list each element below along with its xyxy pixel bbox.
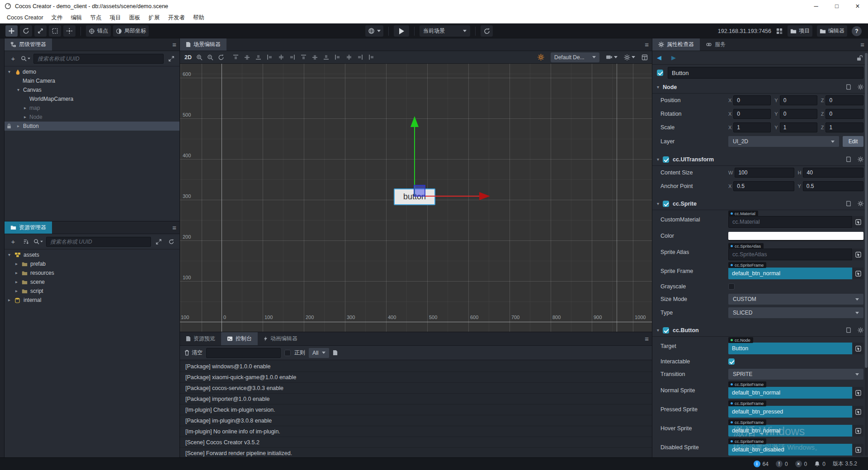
tab-service[interactable]: 服务 [700, 38, 731, 51]
refresh-scene-button[interactable] [481, 25, 493, 37]
collapse-arrow-icon[interactable]: ▾ [8, 67, 10, 76]
grayscale-checkbox[interactable] [728, 283, 735, 290]
asset-picker-icon[interactable] [853, 268, 863, 279]
size-mode-dropdown[interactable]: CUSTOM [728, 294, 863, 305]
hover-sprite-field[interactable]: default_btn_normal [728, 425, 852, 437]
gear-icon[interactable] [858, 156, 863, 162]
gear-icon[interactable] [858, 327, 863, 333]
distribute-hcenter-icon[interactable] [345, 54, 352, 61]
hierarchy-node-button[interactable]: ▸ Button [5, 122, 180, 131]
reset-view-icon[interactable] [218, 54, 224, 61]
button-section-header[interactable]: ▾ cc.Button [652, 324, 868, 337]
position-z-input[interactable] [826, 95, 863, 105]
hierarchy-node-demo[interactable]: ▾ demo [5, 67, 180, 76]
local-coords-button[interactable]: 局部坐标 [113, 25, 149, 37]
position-y-input[interactable] [780, 95, 817, 105]
asset-node-internal[interactable]: ▸ internal [5, 296, 180, 305]
maximize-button[interactable]: □ [826, 0, 847, 12]
error-count[interactable]: × 0 [795, 461, 807, 467]
expand-all-icon[interactable] [166, 54, 176, 64]
uitransform-section-header[interactable]: ▾ cc.UITransform [652, 153, 868, 166]
zoom-out-icon[interactable] [207, 54, 213, 61]
hierarchy-node-main-camera[interactable]: Main Camera [5, 76, 180, 85]
collapse-arrow-icon[interactable]: ▾ [657, 199, 659, 208]
tab-animation-editor[interactable]: 动画编辑器 [258, 332, 303, 345]
distribute-top-icon[interactable] [300, 54, 307, 61]
position-x-input[interactable] [733, 95, 771, 105]
add-node-button[interactable]: + [8, 54, 18, 64]
expand-arrow-icon[interactable]: ▸ [15, 268, 18, 277]
sprite-enabled-checkbox[interactable] [663, 201, 669, 207]
scene-viewport[interactable]: 600 500 400 300 200 100 100 0 100 200 30… [180, 64, 652, 332]
sprite-type-dropdown[interactable]: SLICED [728, 307, 863, 318]
asset-picker-icon[interactable] [853, 425, 863, 437]
rotation-z-input[interactable] [826, 109, 863, 119]
tab-hierarchy[interactable]: 层级管理器 [5, 38, 52, 51]
asset-node-prefab[interactable]: ▸ prefab [5, 259, 180, 268]
unlock-icon[interactable] [856, 55, 863, 61]
menu-file[interactable]: 文件 [47, 12, 67, 24]
align-vcenter-icon[interactable] [244, 54, 250, 61]
collapse-arrow-icon[interactable]: ▾ [8, 250, 10, 259]
sprite-frame-field[interactable]: default_btn_normal [728, 268, 852, 279]
nav-forward-icon[interactable]: ▶ [671, 54, 676, 61]
node-name-input[interactable] [668, 67, 863, 79]
open-editor-folder-button[interactable]: 编辑器 [817, 25, 847, 37]
align-bottom-icon[interactable] [255, 54, 262, 61]
inspector-scrollbar[interactable] [865, 52, 868, 456]
book-icon[interactable] [845, 327, 851, 333]
anchor-pivot-button[interactable]: 锚点 [86, 25, 111, 37]
regex-checkbox[interactable] [284, 350, 291, 356]
align-left-icon[interactable] [266, 54, 273, 61]
book-icon[interactable] [845, 84, 851, 90]
distribute-left-icon[interactable] [334, 54, 341, 61]
collapse-all-icon[interactable] [154, 237, 164, 247]
refresh-assets-icon[interactable] [166, 237, 176, 247]
lock-icon[interactable] [7, 123, 11, 129]
gizmo-x-arrowhead-icon[interactable] [479, 192, 490, 200]
rect-tool-button[interactable] [49, 25, 61, 37]
asset-picker-icon[interactable] [853, 387, 863, 399]
pressed-sprite-field[interactable]: default_btn_pressed [728, 406, 852, 418]
2d-3d-toggle-button[interactable]: 2D [184, 54, 192, 61]
nav-back-icon[interactable]: ◀ [657, 54, 661, 61]
distribute-bottom-icon[interactable] [323, 54, 330, 61]
assets-menu-icon[interactable]: ≡ [172, 221, 176, 234]
search-filter-icon[interactable] [21, 54, 31, 64]
assets-search-input[interactable] [46, 237, 151, 247]
asset-node-assets[interactable]: ▾ assets [5, 250, 180, 259]
layer-dropdown[interactable]: UI_2D [728, 136, 839, 147]
move-tool-button[interactable] [5, 25, 18, 37]
menu-panel[interactable]: 面板 [125, 12, 145, 24]
scale-x-input[interactable] [733, 122, 771, 132]
content-width-input[interactable] [735, 168, 794, 178]
hierarchy-node-node[interactable]: ▸ Node [5, 113, 180, 122]
rotation-y-input[interactable] [780, 109, 817, 119]
tab-scene-editor[interactable]: 场景编辑器 [180, 38, 226, 51]
align-hcenter-icon[interactable] [278, 54, 284, 61]
log-level-dropdown[interactable]: All [309, 348, 329, 358]
book-icon[interactable] [845, 156, 851, 162]
content-height-input[interactable] [803, 168, 863, 178]
close-button[interactable]: × [847, 0, 868, 12]
scale-y-input[interactable] [780, 122, 817, 132]
sprite-section-header[interactable]: ▾ cc.Sprite [652, 197, 868, 210]
asset-picker-icon[interactable] [853, 444, 863, 456]
gear-icon[interactable] [858, 84, 863, 90]
scale-tool-button[interactable] [34, 25, 47, 37]
tab-assets[interactable]: 资源管理器 [5, 221, 52, 234]
minimize-button[interactable]: ─ [806, 0, 826, 12]
collapse-arrow-icon[interactable]: ▾ [17, 85, 19, 94]
tab-asset-preview[interactable]: 资源预览 [180, 332, 221, 345]
expand-arrow-icon[interactable]: ▸ [24, 103, 26, 113]
info-count[interactable]: i 64 [754, 461, 769, 467]
node-section-header[interactable]: ▾ Node [652, 81, 868, 94]
uitransform-enabled-checkbox[interactable] [663, 156, 669, 163]
expand-arrow-icon[interactable]: ▸ [15, 277, 18, 287]
menu-project[interactable]: 项目 [106, 12, 125, 24]
book-icon[interactable] [845, 201, 851, 207]
inspector-menu-icon[interactable]: ≡ [860, 38, 864, 51]
scene-menu-icon[interactable]: ≡ [645, 38, 649, 51]
tab-inspector[interactable]: 属性检查器 [652, 38, 700, 51]
gear-icon[interactable] [858, 201, 863, 207]
